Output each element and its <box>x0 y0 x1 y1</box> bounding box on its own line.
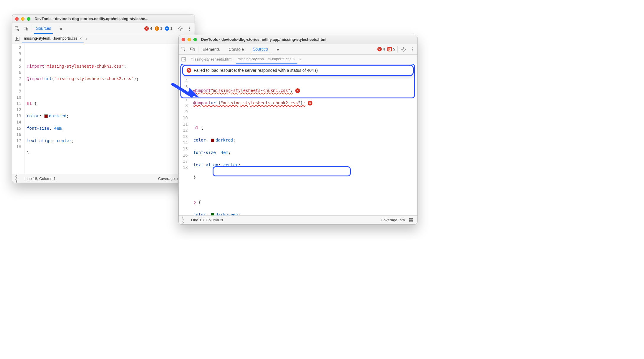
info-count-badge[interactable]: ≡1 <box>165 26 172 31</box>
more-tabs-chevron-icon[interactable]: » <box>275 44 281 54</box>
window-title: DevTools - devtools-dbg-stories.netlify.… <box>35 17 148 21</box>
error-count-badge[interactable]: ✕4 <box>144 26 152 31</box>
warning-count-badge[interactable]: !1 <box>155 26 162 31</box>
svg-point-15 <box>412 49 413 50</box>
svg-point-4 <box>189 27 190 27</box>
navigator-toggle-icon[interactable] <box>180 56 187 63</box>
more-menu-icon[interactable] <box>186 25 193 32</box>
cursor-position: Line 13, Column 20 <box>191 218 224 222</box>
svg-point-3 <box>180 28 182 29</box>
close-tab-icon[interactable]: × <box>293 57 296 61</box>
file-tabs: missing-stylesh…ts-imports.css × » <box>12 34 195 43</box>
error-marker-icon[interactable]: ✕ <box>295 88 300 93</box>
svg-rect-7 <box>15 37 19 40</box>
device-toolbar-icon[interactable] <box>189 46 196 53</box>
arrow-annotation-icon <box>171 81 204 103</box>
error-icon: ✕ <box>144 26 149 31</box>
tooltip-text: Failed to load resource: the server resp… <box>194 68 318 73</box>
error-tooltip: ✕ Failed to load resource: the server re… <box>182 65 414 76</box>
close-window-icon[interactable] <box>15 17 19 21</box>
more-menu-icon[interactable] <box>409 46 415 53</box>
svg-point-13 <box>403 48 404 50</box>
more-files-chevron-icon[interactable]: » <box>299 57 301 61</box>
devtools-window-before: DevTools - devtools-dbg-stories.netlify.… <box>12 14 195 183</box>
sources-tab[interactable]: Sources <box>34 24 53 34</box>
code-editor[interactable]: 23456789101112131415161718 @import "miss… <box>179 64 417 215</box>
code-content[interactable]: @import "missing-stylesheets-chukn1.css"… <box>191 64 417 215</box>
svg-point-14 <box>412 47 413 48</box>
main-toolbar: Sources » ✕4 !1 ≡1 <box>12 23 195 34</box>
warning-icon: ! <box>155 26 159 31</box>
inspect-icon[interactable] <box>180 46 187 53</box>
more-files-chevron-icon[interactable]: » <box>85 36 87 41</box>
inspect-icon[interactable] <box>14 25 20 32</box>
pretty-print-icon[interactable]: { } <box>15 176 22 182</box>
zoom-window-icon[interactable] <box>193 38 197 41</box>
file-tabs: missing-stylesheets.html missing-stylesh… <box>179 55 417 64</box>
close-tab-icon[interactable]: × <box>79 36 82 41</box>
devtools-window-after: DevTools - devtools-dbg-stories.netlify.… <box>178 35 418 225</box>
device-toolbar-icon[interactable] <box>23 25 29 32</box>
status-bar: { } Line 18, Column 1 Coverage: n/a <box>12 174 195 183</box>
main-toolbar: Elements Console Sources » ✕4 ◪5 <box>179 44 417 55</box>
status-bar: { } Line 13, Column 20 Coverage: n/a <box>179 215 417 224</box>
file-tab-active[interactable]: missing-stylesh…ts-imports.css × <box>22 34 84 43</box>
file-tab-active[interactable]: missing-stylesh…ts-imports.css× <box>236 55 297 64</box>
file-tab[interactable]: missing-stylesheets.html <box>189 55 234 64</box>
error-icon: ✕ <box>377 47 382 51</box>
svg-point-16 <box>412 50 413 51</box>
info-icon: ≡ <box>165 26 169 31</box>
settings-gear-icon[interactable] <box>400 46 407 53</box>
minimize-window-icon[interactable] <box>188 38 191 41</box>
settings-gear-icon[interactable] <box>177 25 184 32</box>
error-icon: ✕ <box>187 68 191 73</box>
svg-rect-17 <box>182 58 186 61</box>
error-marker-icon[interactable]: ✕ <box>308 101 312 105</box>
zoom-window-icon[interactable] <box>27 17 30 21</box>
error-count-badge[interactable]: ✕4 <box>377 47 385 51</box>
svg-rect-2 <box>27 28 28 30</box>
minimize-window-icon[interactable] <box>21 17 25 21</box>
cursor-position: Line 18, Column 1 <box>25 176 56 181</box>
elements-tab[interactable]: Elements <box>201 44 221 54</box>
code-editor[interactable]: 23456789101112131415161718 @import "miss… <box>12 43 195 174</box>
window-titlebar[interactable]: DevTools - devtools-dbg-stories.netlify.… <box>12 14 195 23</box>
sources-tab[interactable]: Sources <box>251 44 270 54</box>
console-tab[interactable]: Console <box>227 44 245 54</box>
window-titlebar[interactable]: DevTools - devtools-dbg-stories.netlify.… <box>179 35 417 44</box>
more-tabs-chevron-icon[interactable]: » <box>58 24 64 34</box>
issue-icon: ◪ <box>387 47 392 51</box>
coverage-label: Coverage: n/a <box>381 218 405 222</box>
close-window-icon[interactable] <box>182 38 185 41</box>
window-title: DevTools - devtools-dbg-stories.netlify.… <box>201 37 326 42</box>
svg-point-6 <box>189 30 190 30</box>
issue-count-badge[interactable]: ◪5 <box>387 47 395 51</box>
drawer-toggle-icon[interactable] <box>408 217 414 223</box>
svg-point-5 <box>189 28 190 29</box>
code-content[interactable]: @import "missing-stylesheets-chukn1.css"… <box>25 43 195 174</box>
line-gutter: 23456789101112131415161718 <box>12 43 25 174</box>
svg-rect-12 <box>193 48 195 51</box>
navigator-toggle-icon[interactable] <box>14 35 20 42</box>
pretty-print-icon[interactable]: { } <box>182 217 188 223</box>
